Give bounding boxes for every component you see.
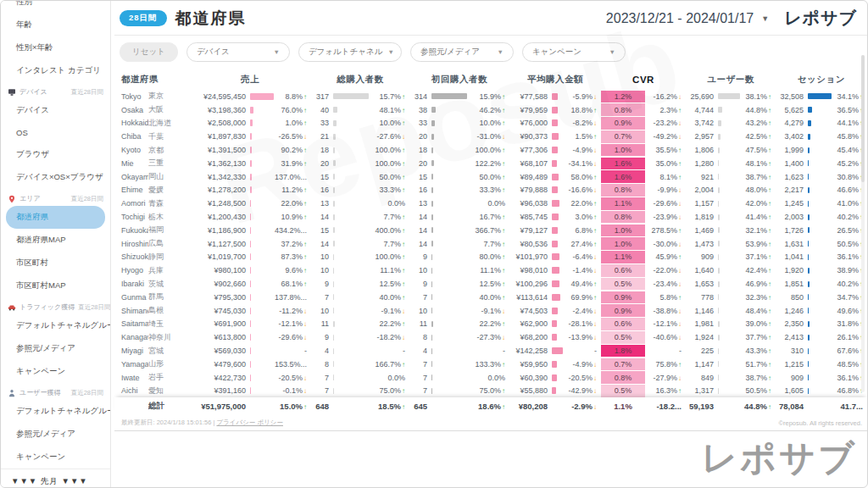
sales-bar bbox=[250, 227, 251, 234]
change-value: 36.1% bbox=[837, 252, 859, 261]
sidebar-item-13[interactable]: 市区町村MAP bbox=[1, 274, 110, 297]
date-range-selector[interactable]: 2023/12/21 - 2024/01/17 ▼ bbox=[606, 11, 769, 26]
sidebar-item-8[interactable]: デバイス×OS×ブラウザ bbox=[1, 166, 110, 189]
table-row[interactable]: Chiba千葉¥1,897,830-26.5%↓21-27.6%↓20-31.0… bbox=[114, 130, 867, 143]
table-row[interactable]: Hyogo兵庫¥980,1009.6%↑1011.1%↑1011.1%↑¥98,… bbox=[114, 263, 867, 277]
table-row[interactable]: Fukuoka福岡¥1,186,900434.2%...15400.0%↑143… bbox=[114, 224, 867, 237]
sidebar-item-7[interactable]: ブラウザ bbox=[1, 143, 110, 166]
sidebar-item-5[interactable]: デバイス bbox=[1, 99, 110, 122]
table-row[interactable]: Kyoto京都¥1,391,50090.2%↑18100.0%↑18100.0%… bbox=[114, 143, 867, 157]
sess-bar bbox=[808, 335, 810, 341]
cell-fp-change: 100.0%↑ bbox=[467, 146, 509, 154]
sess-bar bbox=[808, 294, 809, 300]
cell-users-change: 51.7%↑ bbox=[740, 360, 776, 369]
sidebar-item-11[interactable]: 都道府県MAP bbox=[1, 229, 110, 252]
vertical-scrollbar[interactable] bbox=[861, 55, 865, 392]
privacy-policy-link[interactable]: プライバシー ポリシー bbox=[216, 419, 283, 426]
sidebar-item-2[interactable]: 性別×年齢 bbox=[1, 36, 110, 59]
arrow-down-icon: ↓ bbox=[593, 186, 597, 194]
change-value: 48.1% bbox=[379, 106, 401, 114]
sidebar-item-6[interactable]: OS bbox=[1, 122, 110, 143]
sidebar-item-17[interactable]: キャンペーン bbox=[1, 360, 110, 383]
arrow-up-icon: ↑ bbox=[402, 107, 405, 114]
table-row[interactable]: Okayama岡山¥1,342,330137.0%...1550.0%↑1550… bbox=[114, 170, 867, 184]
cell-sales-bar bbox=[248, 93, 274, 100]
table-row[interactable]: Miyagi宮城¥569,030-4-4-¥142,258-1.8%-22543… bbox=[114, 344, 867, 358]
sidebar-item-20[interactable]: 参照元/メディア bbox=[1, 423, 110, 446]
table-row[interactable]: Shimane島根¥745,030-11.2%↓10-9.1%↓10-9.1%↓… bbox=[114, 304, 867, 318]
sidebar-item-1[interactable]: 年齢 bbox=[1, 14, 110, 36]
column-header-cvr[interactable]: CVR bbox=[601, 75, 686, 85]
arrow-up-icon: ↑ bbox=[502, 186, 505, 194]
sales-bar bbox=[250, 107, 253, 114]
column-header-sessions[interactable]: セッション bbox=[776, 74, 867, 86]
table-total-row[interactable]: 総計¥51,975,00015.0%↑64818.5%↑64518.6%↑¥80… bbox=[114, 397, 867, 414]
arrow-up-icon: ↑ bbox=[768, 160, 771, 168]
cell-fp-change: 0.0% bbox=[467, 374, 509, 382]
chevron-down-icon: ▼ bbox=[761, 14, 769, 23]
arrow-down-icon: ↓ bbox=[678, 267, 682, 274]
cell-sess-bar bbox=[806, 174, 832, 180]
sidebar-item-21[interactable]: キャンペーン bbox=[1, 446, 110, 469]
filter-dropdown-3[interactable]: キャンペーン▼ bbox=[522, 42, 626, 62]
sidebar-item-15[interactable]: デフォルトチャネルグループ bbox=[1, 314, 110, 337]
filter-dropdown-1[interactable]: デフォルトチャネル▼ bbox=[298, 42, 402, 62]
table-row[interactable]: Gunma群馬¥795,300137.8%...740.0%↑740.0%↑¥1… bbox=[114, 291, 867, 304]
arrow-up-icon: ↑ bbox=[402, 267, 405, 274]
column-header-prefecture[interactable]: 都道府県 bbox=[114, 74, 189, 86]
cell-cvr-change: 5.8%↑ bbox=[645, 293, 686, 302]
table-row[interactable]: Kanagawa神奈川¥613,800-29.6%↓9-18.2%↓8-27.3… bbox=[114, 330, 867, 344]
column-header-sales[interactable]: 売上 bbox=[189, 74, 311, 86]
cell-sess-value: 2,217 bbox=[776, 186, 806, 194]
sidebar-item-16[interactable]: 参照元/メディア bbox=[1, 337, 110, 360]
table-row[interactable]: Ibaraki茨城¥902,66068.1%↑912.5%↑912.5%↑¥10… bbox=[114, 277, 867, 291]
change-value: 69.9% bbox=[570, 293, 593, 302]
table-row[interactable]: Tochigi栃木¥1,200,43010.9%↑147.7%↑1416.7%↑… bbox=[114, 210, 867, 224]
column-header-first-purchasers[interactable]: 初回購入者数 bbox=[409, 74, 509, 86]
users-bar bbox=[718, 187, 720, 193]
sidebar-item-12[interactable]: 市区町村 bbox=[1, 252, 110, 274]
sidebar-item-3[interactable]: インタレスト カテゴリ bbox=[1, 59, 110, 82]
cell-sess-value: 1,999 bbox=[776, 146, 806, 154]
table-row[interactable]: Aomori青森¥1,248,50022.0%↑130.0%130.0%¥96,… bbox=[114, 197, 867, 210]
arrow-up-icon: ↑ bbox=[678, 361, 682, 369]
table-row[interactable]: Ehime愛媛¥1,278,20011.2%↑1633.3%↑1633.3%↑¥… bbox=[114, 184, 867, 197]
column-header-total-purchasers[interactable]: 総購入者数 bbox=[311, 74, 409, 86]
cell-avg-change: 49.4%↑ bbox=[562, 280, 601, 288]
brand-watermark: レポサブ bbox=[701, 435, 857, 482]
column-header-users[interactable]: ユーザー数 bbox=[686, 74, 776, 86]
table-row[interactable]: Yamagata山形¥479,600153.5%...8166.7%↑7133.… bbox=[114, 358, 867, 371]
column-header-avg-purchase[interactable]: 平均購入金額 bbox=[509, 74, 601, 86]
arrow-up-icon: ↑ bbox=[768, 107, 771, 114]
fp-bar bbox=[431, 268, 432, 274]
table-row[interactable]: Aichi愛知¥391,160-0.1%↓775.0%↑775.0%↑¥55,8… bbox=[114, 385, 867, 398]
filter-dropdown-0[interactable]: デバイス▼ bbox=[186, 42, 290, 62]
cell-sales-bar bbox=[248, 308, 274, 314]
table-row[interactable]: Tokyo東京¥24,595,4508.8%↑31715.7%↑31415.9%… bbox=[114, 90, 867, 103]
cell-sales-bar bbox=[248, 160, 274, 167]
arrow-up-icon: ↑ bbox=[303, 119, 307, 127]
table-row[interactable]: Hokkaido北海道¥2,508,0001.0%↑3310.0%↑3310.0… bbox=[114, 117, 867, 130]
cell-users-value: 849 bbox=[686, 374, 716, 382]
table-row[interactable]: Mie三重¥1,362,13031.9%↑20100.0%↑20122.2%↑¥… bbox=[114, 157, 867, 170]
tp-bar bbox=[333, 107, 337, 113]
change-value: 15.0% bbox=[280, 402, 303, 411]
sidebar-item-0[interactable]: 性別 bbox=[1, 1, 110, 14]
table-row[interactable]: Osaka大阪¥3,198,36076.0%↑4048.1%↑3846.2%↑¥… bbox=[114, 103, 867, 117]
sidebar-item-10[interactable]: 都道府県 bbox=[6, 206, 105, 229]
arrow-up-icon: ↑ bbox=[678, 174, 682, 181]
table-row[interactable]: Hiroshima広島¥1,127,50037.2%↑147.7%↑147.7%… bbox=[114, 237, 867, 251]
cell-users-value: 4,744 bbox=[686, 106, 716, 114]
tp-bar bbox=[333, 93, 369, 99]
filter-dropdown-2[interactable]: 参照元/メディア▼ bbox=[410, 42, 514, 62]
cell-sales-value: ¥1,200,430 bbox=[189, 213, 248, 221]
cell-tp-bar bbox=[331, 174, 369, 180]
reset-button[interactable]: リセット bbox=[120, 42, 178, 62]
prev-month-toggle[interactable]: ▼▼▼ 先月 ▼▼▼ bbox=[1, 469, 110, 487]
change-value: 38.7% bbox=[745, 374, 767, 382]
table-row[interactable]: Saitama埼玉¥691,900-12.1%↓1122.2%↑1122.2%↑… bbox=[114, 318, 867, 331]
table-row[interactable]: Shizuoka静岡¥1,019,70087.3%↑10100.0%↑980.0… bbox=[114, 251, 867, 264]
scrollbar-thumb[interactable] bbox=[861, 55, 865, 182]
sidebar-item-19[interactable]: デフォルトチャネルグループ bbox=[1, 400, 110, 423]
table-row[interactable]: Iwate岩手¥422,730-20.5%↓70.0%70.0%¥60,390-… bbox=[114, 371, 867, 385]
